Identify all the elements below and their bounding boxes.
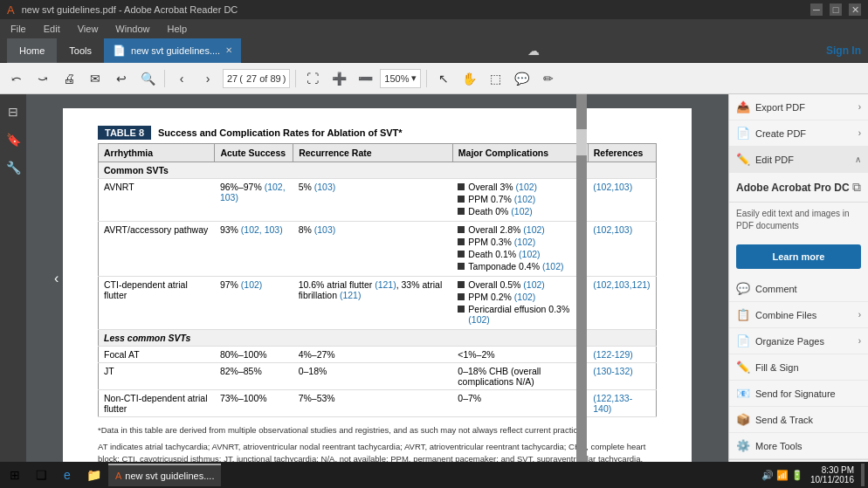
comment-item[interactable]: 💬 Comment	[729, 276, 868, 302]
minimize-button[interactable]: ─	[810, 3, 823, 16]
select-btn[interactable]: ⬚	[485, 67, 507, 90]
cell-success: 80%–100%	[215, 347, 293, 363]
menu-view[interactable]: View	[74, 22, 102, 36]
nav-prev-btn[interactable]: ‹	[170, 67, 193, 90]
close-button[interactable]: ✕	[849, 3, 861, 16]
cell-complications: 0–18% CHB (overall complications N/A)	[452, 363, 588, 390]
cell-recurrence: 5% (103)	[293, 179, 453, 222]
create-pdf-item[interactable]: 📄 Create PDF ›	[729, 120, 868, 147]
combine-files-item[interactable]: 📋 Combine Files ›	[729, 302, 868, 328]
acrobat-dc-header: Adobe Acrobat Pro DC ⧉	[729, 173, 868, 203]
scroll-left-arrow[interactable]: ‹	[54, 271, 59, 286]
menu-window[interactable]: Window	[112, 22, 153, 36]
menu-file[interactable]: File	[7, 22, 30, 36]
table-row: AVNRT 96%–97% (102, 103) 5% (103) Overal…	[99, 179, 657, 222]
sidebar-bookmarks-icon[interactable]: 🔖	[3, 129, 24, 150]
export-pdf-item[interactable]: 📤 Export PDF ›	[729, 94, 868, 120]
sidebar-tools-icon[interactable]: 🔧	[3, 157, 24, 178]
more-tools-item[interactable]: ⚙️ More Tools	[729, 433, 868, 459]
tab-file[interactable]: 📄 new svt guidelines.... ✕	[104, 38, 241, 63]
menu-bar: File Edit View Window Help	[0, 19, 868, 38]
v-scrollbar[interactable]	[576, 94, 587, 462]
cell-success: 73%–100%	[215, 390, 293, 417]
sidebar-pages-icon[interactable]: ⊟	[4, 101, 22, 122]
hand-btn[interactable]: ✋	[458, 67, 481, 90]
main-layout: ⊟ 🔖 🔧 ‹ TABLE 8 Success and Complication…	[0, 94, 868, 462]
pen-btn[interactable]: ✏	[537, 67, 560, 90]
scroll-next-btn[interactable]: ⤻	[31, 67, 54, 90]
nav-next-btn[interactable]: ›	[196, 67, 219, 90]
acrobat-dc-title: Adobe Acrobat Pro DC	[736, 182, 850, 194]
cell-ref: (122,133-140)	[588, 390, 656, 417]
zoom-control[interactable]: 150% ▾	[380, 69, 420, 88]
page-info[interactable]: 27 ( 27 of 89 )	[223, 69, 290, 88]
cell-arrhythmia: AVNRT	[99, 179, 215, 222]
tab-bar: Home Tools 📄 new svt guidelines.... ✕ ☁ …	[0, 38, 868, 63]
comment-btn[interactable]: 💬	[511, 67, 534, 90]
print-btn[interactable]: 🖨	[58, 67, 80, 90]
zoom-in-btn[interactable]: ➕	[327, 67, 350, 90]
email-btn[interactable]: ✉	[84, 67, 107, 90]
title-bar: A new svt guidelines.pdf - Adobe Acrobat…	[0, 0, 868, 19]
send-track-item[interactable]: 📦 Send & Track	[729, 407, 868, 433]
table-label: TABLE 8	[98, 126, 151, 140]
acrobat-dc-expand-icon[interactable]: ⧉	[852, 180, 861, 195]
tab-home[interactable]: Home	[7, 38, 57, 63]
organize-arrow: ›	[858, 336, 861, 346]
search-btn[interactable]: 🔍	[136, 67, 159, 90]
cell-ref: (130-132)	[588, 363, 656, 390]
fill-sign-icon: ✏️	[736, 361, 750, 374]
export-arrow: ›	[858, 102, 861, 112]
cell-ref: (102,103,121)	[588, 277, 656, 330]
comment-icon: 💬	[736, 282, 750, 295]
table-caption: TABLE 8 Success and Complication Rates f…	[98, 126, 657, 140]
right-panel: 📤 Export PDF › 📄 Create PDF › ✏️ Edit PD…	[728, 94, 868, 462]
scroll-thumb[interactable]	[576, 129, 587, 155]
zoom-dropdown-icon[interactable]: ▾	[411, 72, 417, 84]
left-sidebar: ⊟ 🔖 🔧	[0, 94, 26, 462]
col-complications: Major Complications	[452, 144, 588, 162]
maximize-button[interactable]: □	[830, 3, 842, 16]
table-row: Non-CTI-dependent atrial flutter 73%–100…	[99, 390, 657, 417]
fill-sign-item[interactable]: ✏️ Fill & Sign	[729, 354, 868, 381]
cell-arrhythmia: JT	[99, 363, 215, 390]
edit-pdf-item[interactable]: ✏️ Edit PDF ∧	[729, 147, 868, 173]
section-common: Common SVTs	[99, 162, 657, 179]
organize-pages-item[interactable]: 📄 Organize Pages ›	[729, 328, 868, 354]
scroll-prev-btn[interactable]: ⤺	[5, 67, 28, 90]
sign-in-button[interactable]: Sign In	[826, 45, 861, 57]
cell-recurrence: 10.6% atrial flutter (121), 33% atrial f…	[293, 277, 453, 330]
footnote-2: AT indicates atrial tachycardia; AVNRT, …	[98, 441, 657, 462]
cell-success: 96%–97% (102, 103)	[215, 179, 293, 222]
menu-edit[interactable]: Edit	[40, 22, 64, 36]
toolbar: ⤺ ⤻ 🖨 ✉ ↩ 🔍 ‹ › 27 ( 27 of 89 ) ⛶ ➕ ➖ 15…	[0, 63, 868, 94]
cloud-icon: ☁	[527, 44, 540, 58]
cell-complications: <1%–2%	[452, 347, 588, 363]
cursor-btn[interactable]: ↖	[432, 67, 455, 90]
title-text: new svt guidelines.pdf - Adobe Acrobat R…	[22, 4, 238, 15]
pdf-page: TABLE 8 Success and Complication Rates f…	[63, 108, 692, 462]
page-number: 27	[227, 73, 238, 84]
send-sig-icon: 📧	[736, 387, 750, 400]
send-signature-item[interactable]: 📧 Send for Signature	[729, 381, 868, 407]
fit-page-btn[interactable]: ⛶	[301, 67, 324, 90]
zoom-out-btn[interactable]: ➖	[354, 67, 376, 90]
table-row: JT 82%–85% 0–18% 0–18% CHB (overall comp…	[99, 363, 657, 390]
app-icon: A	[7, 3, 15, 17]
col-recurrence: Recurrence Rate	[293, 144, 453, 162]
cell-arrhythmia: Focal AT	[99, 347, 215, 363]
pdf-area: ‹ TABLE 8 Success and Complication Rates…	[26, 94, 728, 462]
table-row: CTI-dependent atrial flutter 97% (102) 1…	[99, 277, 657, 330]
pro-description: Easily edit text and images in PDF docum…	[729, 203, 868, 237]
col-acute-success: Acute Success	[215, 144, 293, 162]
learn-more-button[interactable]: Learn more	[736, 244, 861, 269]
page-separator: (	[239, 73, 243, 84]
cell-arrhythmia: CTI-dependent atrial flutter	[99, 277, 215, 330]
send-track-icon: 📦	[736, 413, 750, 426]
divider-1	[164, 70, 165, 87]
menu-help[interactable]: Help	[163, 22, 190, 36]
tab-tools[interactable]: Tools	[57, 38, 104, 63]
tab-close-icon[interactable]: ✕	[225, 45, 232, 55]
undo-btn[interactable]: ↩	[110, 67, 133, 90]
export-icon: 📤	[736, 100, 750, 113]
